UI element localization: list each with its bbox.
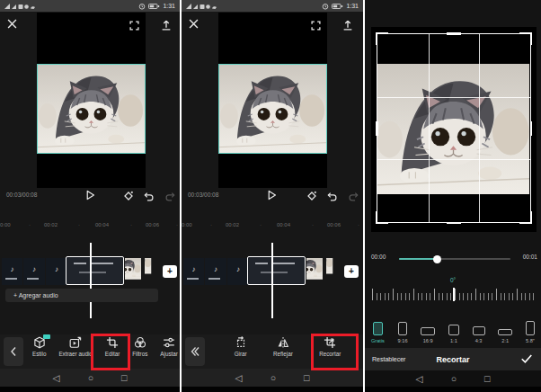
toolbar-item-reflejar[interactable]: Reflejar <box>273 336 293 357</box>
grid-line-v1 <box>429 34 430 222</box>
trim-start-label: 00:00 <box>371 254 386 260</box>
export-icon[interactable] <box>161 20 172 31</box>
gesture-strip <box>182 387 363 392</box>
rotation-value: 0° <box>365 277 541 283</box>
redo-icon[interactable] <box>348 192 359 201</box>
add-audio-button[interactable]: + Agregar audio <box>5 289 158 302</box>
slider-thumb[interactable] <box>433 255 441 263</box>
selected-clip[interactable] <box>66 256 124 285</box>
nav-recents-icon[interactable]: □ <box>121 372 127 383</box>
clip-thumbnail[interactable] <box>306 258 325 285</box>
status-bar: 1:31 <box>182 0 363 12</box>
ratio-1-1[interactable]: 1:1 <box>448 325 459 343</box>
grid-line-h2 <box>377 159 530 160</box>
keyframe-icon[interactable] <box>123 191 134 201</box>
grid-line-v2 <box>479 34 480 222</box>
redo-icon[interactable] <box>164 192 175 201</box>
fullscreen-icon[interactable] <box>129 21 139 31</box>
android-navbar: ◁ ○ □ <box>0 369 180 387</box>
alarm-icon <box>322 3 329 10</box>
toolbar-item-extraer-audio[interactable]: Extraer audio <box>58 336 92 357</box>
dial-zero-indicator <box>453 288 455 301</box>
crop-handle-bottom-right[interactable] <box>519 211 532 224</box>
toolbar-item-girar[interactable]: Girar <box>235 336 247 357</box>
ratio-5-8[interactable]: 5.8″ <box>526 321 535 343</box>
rotation-dial[interactable] <box>372 288 534 301</box>
ratio-2-1[interactable]: 2:1 <box>498 329 512 344</box>
clip-thumbnail[interactable] <box>326 258 340 285</box>
selected-clip[interactable] <box>247 256 306 285</box>
timeline-ruler: 0:00· 00:02· 00:04· 00:06· <box>182 222 363 229</box>
timeline-ruler: 0:00· 00:02· 00:04· 00:06· <box>0 222 180 229</box>
panel-editor-main: 1:31 00:03/00:08 <box>0 0 180 392</box>
playhead[interactable] <box>90 243 92 318</box>
nav-home-icon[interactable]: ○ <box>270 372 276 383</box>
nav-home-icon[interactable]: ○ <box>88 372 93 383</box>
toolbar-item-filtros[interactable]: Filtros <box>132 336 147 357</box>
status-left-icons <box>186 3 218 10</box>
trim-slider[interactable] <box>399 258 510 260</box>
playhead[interactable] <box>271 243 273 318</box>
close-icon[interactable] <box>7 19 17 29</box>
clip-thumbnail[interactable] <box>145 258 158 285</box>
crop-action-bar: Recortar Restablecer <box>365 348 541 370</box>
ratio-1-1-icon <box>448 325 459 335</box>
clip-thumbnail[interactable]: ♪ <box>205 258 226 285</box>
android-navbar: ◁ ○ □ <box>182 369 363 387</box>
close-icon[interactable] <box>189 19 199 29</box>
add-clip-button[interactable]: + <box>163 265 177 278</box>
keyframe-icon[interactable] <box>306 191 317 201</box>
crop-handle-bottom-left[interactable] <box>376 211 388 224</box>
fullscreen-icon[interactable] <box>311 21 321 31</box>
mirror-icon <box>277 336 289 349</box>
play-icon[interactable] <box>267 190 277 200</box>
toolbar-back-button[interactable] <box>4 337 23 366</box>
nav-home-icon[interactable]: ○ <box>451 373 457 384</box>
clip-thumbnail[interactable]: ♪ <box>183 258 204 285</box>
extract-audio-icon <box>69 336 82 349</box>
add-clip-button[interactable]: + <box>344 265 359 278</box>
clip-thumbnail[interactable]: ♪ <box>46 258 67 285</box>
confirm-check-icon[interactable] <box>520 353 533 364</box>
play-icon[interactable] <box>85 190 95 200</box>
crop-handle-top[interactable] <box>447 32 461 35</box>
clip-thumbnail[interactable]: ♪ <box>2 258 22 285</box>
nav-recents-icon[interactable]: □ <box>304 372 309 383</box>
android-navbar: ◁ ○ □ <box>365 370 541 387</box>
ratio-gratis[interactable]: Gratis <box>371 322 385 343</box>
toolbar-item-ajustar[interactable]: Ajustar <box>160 336 178 357</box>
crop-photo-cat <box>377 64 529 194</box>
nav-back-icon[interactable]: ◁ <box>53 372 60 383</box>
playback-time: 00:03/00:08 <box>6 192 37 198</box>
status-bar: 1:31 <box>0 0 180 12</box>
crop-handle-top-left[interactable] <box>376 32 388 45</box>
battery-icon <box>332 3 343 10</box>
ratio-4-3[interactable]: 4:3 <box>473 326 485 344</box>
crop-frame[interactable] <box>377 33 531 223</box>
clip-thumbnail[interactable]: ♪ <box>23 258 45 285</box>
crop-handle-right[interactable] <box>530 121 533 136</box>
crop-handle-bottom[interactable] <box>447 222 461 225</box>
ratio-16-9[interactable]: 16:9 <box>421 327 435 343</box>
ratio-16-9-icon <box>421 327 435 335</box>
undo-icon[interactable] <box>144 192 155 201</box>
export-icon[interactable] <box>342 20 353 31</box>
aspect-ratio-row: Gratis 9:16 16:9 1:1 4:3 2:1 <box>371 307 535 343</box>
nav-back-icon[interactable]: ◁ <box>416 373 423 384</box>
toolbar-item-estilo[interactable]: Estilo <box>32 336 46 357</box>
alarm-icon <box>138 3 146 10</box>
toolbar-collapse-button[interactable] <box>185 337 205 366</box>
crop-handle-top-right[interactable] <box>519 32 532 45</box>
video-frame-cat <box>37 64 146 154</box>
nav-recents-icon[interactable]: □ <box>484 373 490 384</box>
crop-handle-left[interactable] <box>376 121 378 136</box>
nav-back-icon[interactable]: ◁ <box>235 372 243 383</box>
clip-thumbnail[interactable]: ♪ <box>227 258 249 285</box>
reset-button[interactable]: Restablecer <box>372 356 405 362</box>
status-left-icons <box>4 3 37 10</box>
ratio-4-3-icon <box>473 326 485 336</box>
ratio-9-16[interactable]: 9:16 <box>398 322 408 343</box>
clip-thumbnail[interactable] <box>125 258 144 285</box>
undo-icon[interactable] <box>327 192 338 201</box>
video-preview-canvas <box>37 13 146 188</box>
